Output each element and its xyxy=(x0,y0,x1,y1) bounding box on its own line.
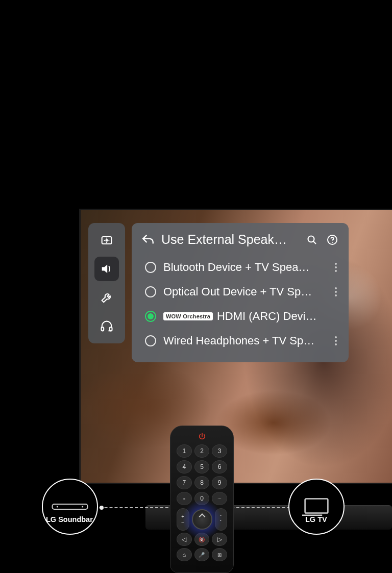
more-button[interactable]: ⋯ xyxy=(212,492,227,505)
tv-label: LG TV xyxy=(305,515,327,524)
volume-rocker[interactable]: +− xyxy=(177,508,189,531)
mute-button[interactable]: 🔇 xyxy=(194,533,210,546)
option-label: HDMI (ARC) Devi… xyxy=(217,310,317,323)
svg-point-14 xyxy=(82,506,83,507)
headset-icon xyxy=(100,319,114,333)
settings-sidebar xyxy=(88,223,125,343)
help-button[interactable] xyxy=(325,233,339,247)
num-2[interactable]: 2 xyxy=(194,444,210,458)
help-icon xyxy=(326,234,338,246)
radio-icon xyxy=(145,262,156,273)
tv-badge xyxy=(288,479,345,535)
svg-rect-6 xyxy=(102,327,104,331)
back-icon xyxy=(141,233,155,246)
option-bluetooth-tv[interactable]: Blutooth Device + TV Spea… xyxy=(143,255,346,280)
guide-button[interactable]: ≡ xyxy=(177,492,192,505)
svg-rect-7 xyxy=(110,327,112,331)
radio-icon xyxy=(145,286,156,297)
num-4[interactable]: 4 xyxy=(177,460,192,474)
more-icon[interactable] xyxy=(331,287,340,296)
input-button[interactable]: ⊞ xyxy=(212,548,227,561)
option-optical-tv[interactable]: Optical Out Device + TV Sp… xyxy=(143,280,346,304)
power-icon xyxy=(198,432,207,441)
num-7[interactable]: 7 xyxy=(177,476,192,489)
remote-numpad: 1 2 3 4 5 6 7 8 9 ≡ 0 ⋯ xyxy=(177,444,227,505)
soundbar-icon xyxy=(51,500,89,513)
back-button[interactable] xyxy=(141,233,155,247)
tv-screen: Use External Speak… Blu xyxy=(79,209,392,484)
radio-icon xyxy=(145,335,156,346)
sidebar-item-brightness[interactable] xyxy=(94,228,119,253)
num-0[interactable]: 0 xyxy=(194,492,210,505)
soundbar-badge xyxy=(42,479,98,535)
num-3[interactable]: 3 xyxy=(212,444,227,458)
more-icon[interactable] xyxy=(331,263,340,272)
option-label: Wired Headphones + TV Sp… xyxy=(163,334,314,347)
speaker-icon xyxy=(100,262,114,276)
back-nav-button[interactable]: ◁ xyxy=(177,533,192,546)
home-button[interactable]: ⌂ xyxy=(177,548,192,561)
search-button[interactable] xyxy=(305,233,319,247)
svg-point-8 xyxy=(308,236,314,242)
radio-selected-icon xyxy=(145,311,156,322)
num-6[interactable]: 6 xyxy=(212,460,227,474)
num-1[interactable]: 1 xyxy=(177,444,192,458)
scroll-wheel[interactable] xyxy=(192,509,212,530)
panel-title: Use External Speak… xyxy=(161,232,299,247)
sidebar-item-sound[interactable] xyxy=(94,257,119,281)
num-8[interactable]: 8 xyxy=(194,476,210,489)
wrench-icon xyxy=(100,290,114,305)
search-icon xyxy=(306,234,318,246)
option-hdmi-arc[interactable]: WOW Orchestra HDMI (ARC) Devi… xyxy=(143,304,346,329)
svg-point-13 xyxy=(57,506,58,507)
wow-orchestra-badge: WOW Orchestra xyxy=(163,312,213,320)
option-wired-headphones-tv[interactable]: Wired Headphones + TV Sp… xyxy=(143,329,346,353)
sound-output-panel: Use External Speak… Blu xyxy=(132,223,349,362)
svg-point-11 xyxy=(332,242,333,243)
option-label: Blutooth Device + TV Spea… xyxy=(163,261,309,274)
remote-control: 1 2 3 4 5 6 7 8 9 ≡ 0 ⋯ +− ˄˅ ◁ 🔇 ▷ ⌂ 🎤 … xyxy=(170,426,234,573)
voice-button[interactable]: 🎤 xyxy=(194,548,210,561)
settings-button[interactable]: ▷ xyxy=(212,533,227,546)
channel-rocker[interactable]: ˄˅ xyxy=(215,508,228,531)
svg-rect-15 xyxy=(305,499,328,513)
panel-header: Use External Speak… xyxy=(132,223,349,252)
num-9[interactable]: 9 xyxy=(212,476,227,489)
sidebar-item-support[interactable] xyxy=(94,314,119,338)
tv-icon xyxy=(302,496,331,517)
brightness-icon xyxy=(100,233,114,247)
num-5[interactable]: 5 xyxy=(194,460,210,474)
more-icon[interactable] xyxy=(331,336,340,345)
soundbar-label: LG Soundbar xyxy=(46,515,93,524)
power-button[interactable] xyxy=(177,432,227,441)
option-label: Optical Out Device + TV Sp… xyxy=(163,285,312,298)
speaker-options-list: Blutooth Device + TV Spea… Optical Out D… xyxy=(132,252,349,353)
sidebar-item-tools[interactable] xyxy=(94,285,119,310)
svg-line-9 xyxy=(313,241,316,244)
svg-point-1 xyxy=(105,239,108,241)
